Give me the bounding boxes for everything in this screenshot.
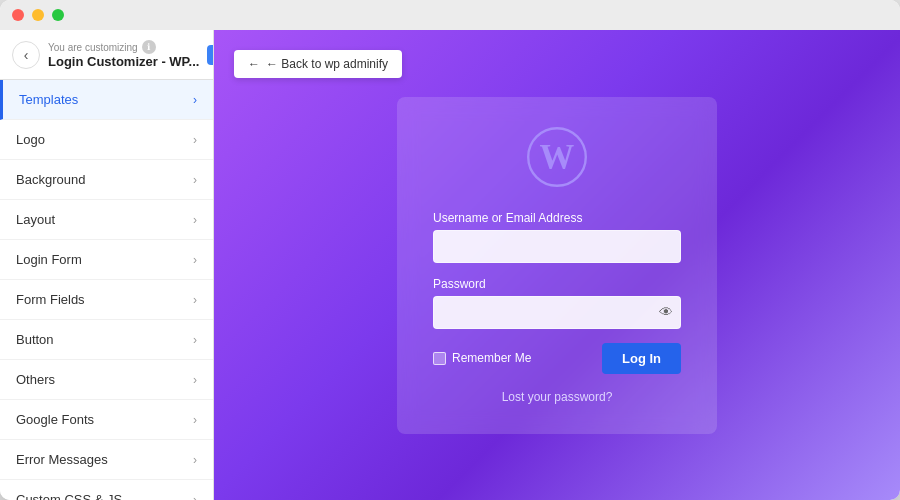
app-content: ‹ You are customizing ℹ Login Customizer… <box>0 30 900 500</box>
password-label: Password <box>433 277 681 291</box>
remember-row: Remember Me Log In <box>433 343 681 374</box>
close-button[interactable] <box>12 9 24 21</box>
login-button[interactable]: Log In <box>602 343 681 374</box>
back-to-plugin-button[interactable]: ← ← Back to wp adminify <box>234 50 402 78</box>
toggle-password-icon[interactable]: 👁 <box>659 304 673 320</box>
sidebar-title: Login Customizer - WP... <box>48 54 199 69</box>
chevron-icon: › <box>193 293 197 307</box>
svg-text:W: W <box>540 138 575 177</box>
remember-me-label: Remember Me <box>433 351 531 365</box>
chevron-icon: › <box>193 133 197 147</box>
sidebar-title-block: You are customizing ℹ Login Customizer -… <box>48 40 199 69</box>
arrow-left-icon: ← <box>248 57 260 71</box>
sidebar-item-button[interactable]: Button › <box>0 320 213 360</box>
maximize-button[interactable] <box>52 9 64 21</box>
chevron-icon: › <box>193 453 197 467</box>
chevron-icon: › <box>193 93 197 107</box>
sidebar-item-custom-css-js[interactable]: Custom CSS & JS › <box>0 480 213 500</box>
back-to-plugin-label: ← Back to wp adminify <box>266 57 388 71</box>
sidebar-item-logo[interactable]: Logo › <box>0 120 213 160</box>
username-group: Username or Email Address <box>433 211 681 263</box>
login-form: Username or Email Address Password 👁 <box>433 211 681 374</box>
sidebar-item-background[interactable]: Background › <box>0 160 213 200</box>
username-label: Username or Email Address <box>433 211 681 225</box>
title-bar <box>0 0 900 30</box>
sidebar-back-button[interactable]: ‹ <box>12 41 40 69</box>
app-window: ‹ You are customizing ℹ Login Customizer… <box>0 0 900 500</box>
sidebar-item-others[interactable]: Others › <box>0 360 213 400</box>
sidebar-item-google-fonts[interactable]: Google Fonts › <box>0 400 213 440</box>
chevron-icon: › <box>193 373 197 387</box>
customizing-label: You are customizing ℹ <box>48 40 199 54</box>
password-input-wrapper: 👁 <box>433 296 681 329</box>
lost-password-link[interactable]: Lost your password? <box>502 390 613 404</box>
sidebar-item-login-form[interactable]: Login Form › <box>0 240 213 280</box>
chevron-icon: › <box>193 493 197 501</box>
info-icon[interactable]: ℹ <box>142 40 156 54</box>
preview-area: ← ← Back to wp adminify W Username or Em… <box>214 30 900 500</box>
chevron-icon: › <box>193 173 197 187</box>
chevron-icon: › <box>193 333 197 347</box>
sidebar-item-error-messages[interactable]: Error Messages › <box>0 440 213 480</box>
username-input[interactable] <box>433 230 681 263</box>
remember-me-checkbox[interactable] <box>433 352 446 365</box>
sidebar-item-templates[interactable]: Templates › <box>0 80 213 120</box>
sidebar-item-layout[interactable]: Layout › <box>0 200 213 240</box>
password-group: Password 👁 <box>433 277 681 329</box>
password-input[interactable] <box>433 296 681 329</box>
chevron-icon: › <box>193 213 197 227</box>
chevron-icon: › <box>193 253 197 267</box>
login-card: W Username or Email Address Password 👁 <box>397 97 717 434</box>
sidebar-nav: Templates › Logo › Background › Layout ›… <box>0 80 213 500</box>
chevron-icon: › <box>193 413 197 427</box>
sidebar: ‹ You are customizing ℹ Login Customizer… <box>0 30 214 500</box>
sidebar-header: ‹ You are customizing ℹ Login Customizer… <box>0 30 213 80</box>
wp-logo: W <box>527 127 587 191</box>
sidebar-item-form-fields[interactable]: Form Fields › <box>0 280 213 320</box>
minimize-button[interactable] <box>32 9 44 21</box>
